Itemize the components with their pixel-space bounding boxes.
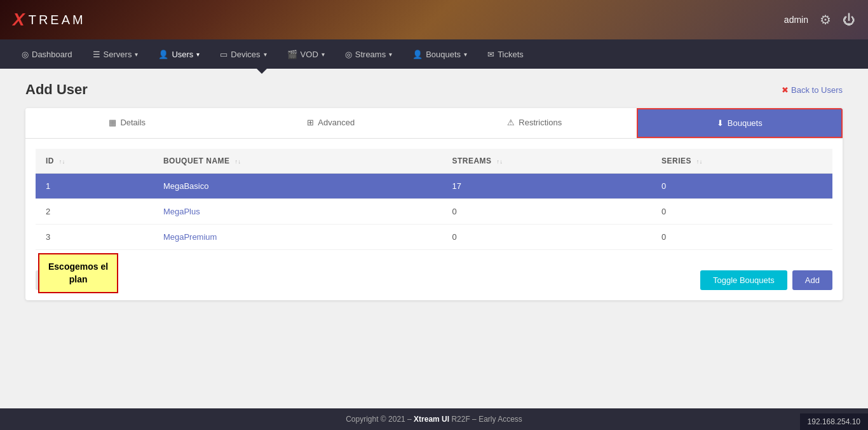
main-content: Escogemos el plan Add User ✖ Back to Use… (0, 69, 868, 313)
tab-label-bouquets: Bouquets (728, 118, 763, 128)
right-buttons: Toggle Bouquets Add (700, 270, 832, 290)
tickets-icon: ✉ (487, 50, 494, 59)
col-header-series: SERIES ↑↓ (651, 149, 832, 174)
cell-bouquet-name[interactable]: MegaBasico (153, 174, 442, 199)
nav-label-servers: Servers (104, 50, 132, 59)
chevron-down-icon-devices: ▾ (264, 51, 267, 58)
nav-item-servers[interactable]: ☰ Servers ▾ (84, 46, 147, 63)
chevron-down-icon: ▾ (135, 51, 138, 58)
servers-icon: ☰ (93, 50, 100, 59)
nav-item-users[interactable]: 👤 Users ▾ (149, 46, 208, 63)
add-button[interactable]: Add (792, 270, 832, 290)
cell-bouquet-name[interactable]: MegaPremium (153, 225, 442, 250)
cell-id: 3 (36, 225, 153, 250)
nav-item-vod[interactable]: 🎬 VOD ▾ (278, 46, 334, 63)
page-title: Add User (25, 81, 88, 98)
dashboard-icon: ◎ (22, 50, 29, 59)
nav-label-devices: Devices (231, 50, 260, 59)
sort-icon-streams: ↑↓ (496, 158, 503, 165)
username-label: admin (784, 15, 808, 25)
details-tab-icon: ▦ (109, 118, 116, 127)
back-icon: ✖ (782, 85, 789, 95)
vod-icon: 🎬 (287, 50, 297, 59)
page-header: Add User ✖ Back to Users (25, 81, 843, 98)
col-header-streams: STREAMS ↑↓ (442, 149, 651, 174)
tab-label-details: Details (120, 118, 146, 127)
header-right: admin ⚙ ⏻ (784, 12, 855, 27)
sort-icon-name: ↑↓ (234, 158, 241, 165)
table-row[interactable]: 1MegaBasico170 (36, 174, 832, 199)
logo-x-letter: X (13, 10, 25, 30)
tab-label-advanced: Advanced (318, 118, 355, 127)
cell-bouquet-name[interactable]: MegaPlus (153, 199, 442, 225)
header: X TREAM admin ⚙ ⏻ (0, 0, 868, 39)
power-icon[interactable]: ⏻ (843, 13, 855, 27)
streams-icon: ◎ (345, 50, 352, 59)
toggle-bouquets-button[interactable]: Toggle Bouquets (700, 270, 787, 290)
logo-text: TREAM (29, 13, 86, 27)
navbar: ◎ Dashboard ☰ Servers ▾ 👤 Users ▾ ▭ Devi… (0, 39, 868, 69)
col-header-bouquet-name: BOUQUET NAME ↑↓ (153, 149, 442, 174)
bouquets-tab-icon: ⬇ (717, 118, 724, 128)
footer-copyright: Copyright © 2021 – (346, 415, 414, 424)
table-header-row: ID ↑↓ BOUQUET NAME ↑↓ STREAMS ↑↓ SERIE (36, 149, 832, 174)
footer-ip: 192.168.254.10 (800, 413, 868, 430)
chevron-down-icon-streams: ▾ (389, 51, 392, 58)
nav-label-tickets: Tickets (498, 50, 524, 59)
restrictions-tab-icon: ⚠ (507, 118, 515, 127)
tab-restrictions[interactable]: ⚠ Restrictions (433, 108, 637, 138)
devices-icon: ▭ (220, 50, 227, 59)
nav-item-devices[interactable]: ▭ Devices ▾ (211, 46, 275, 63)
annotation-tooltip: Escogemos el plan (38, 253, 118, 293)
bouquets-table-container: ID ↑↓ BOUQUET NAME ↑↓ STREAMS ↑↓ SERIE (25, 139, 843, 260)
sort-icon-series: ↑↓ (696, 158, 703, 165)
chevron-down-icon-bouquets: ▾ (464, 51, 467, 58)
cell-streams: 0 (442, 225, 651, 250)
tab-advanced[interactable]: ⊞ Advanced (229, 108, 433, 138)
nav-label-vod: VOD (301, 50, 318, 59)
annotation-line1: Escogemos el (48, 261, 108, 272)
cell-series: 0 (651, 174, 832, 199)
col-header-id: ID ↑↓ (36, 149, 153, 174)
cell-id: 2 (36, 199, 153, 225)
nav-label-streams: Streams (355, 50, 386, 59)
nav-label-bouquets: Bouquets (426, 50, 461, 59)
nav-item-dashboard[interactable]: ◎ Dashboard (13, 46, 81, 63)
nav-label-users: Users (172, 50, 193, 59)
cell-series: 0 (651, 199, 832, 225)
tab-label-restrictions: Restrictions (519, 118, 562, 127)
settings-icon[interactable]: ⚙ (820, 12, 831, 27)
cell-id: 1 (36, 174, 153, 199)
nav-item-tickets[interactable]: ✉ Tickets (478, 46, 532, 63)
nav-item-streams[interactable]: ◎ Streams ▾ (336, 46, 401, 63)
chevron-down-icon-vod: ▾ (322, 51, 325, 58)
footer-app-name: Xtream UI (414, 415, 449, 424)
bouquets-table: ID ↑↓ BOUQUET NAME ↑↓ STREAMS ↑↓ SERIE (36, 149, 832, 250)
nav-item-bouquets[interactable]: 👤 Bouquets ▾ (403, 46, 476, 63)
users-icon: 👤 (158, 50, 168, 59)
tab-bouquets[interactable]: ⬇ Bouquets (637, 108, 843, 138)
bouquets-icon: 👤 (412, 50, 423, 59)
table-row[interactable]: 2MegaPlus00 (36, 199, 832, 225)
logo: X TREAM (13, 10, 86, 30)
cell-series: 0 (651, 225, 832, 250)
main-card: ▦ Details ⊞ Advanced ⚠ Restrictions ⬇ Bo… (25, 108, 843, 300)
annotation-line2: plan (69, 274, 88, 284)
sort-icon-id: ↑↓ (59, 158, 65, 165)
advanced-tab-icon: ⊞ (307, 118, 314, 127)
footer-version: R22F – Early Access (449, 415, 522, 424)
back-to-users-link[interactable]: ✖ Back to Users (782, 85, 843, 95)
chevron-down-icon-users: ▾ (196, 51, 200, 58)
back-label: Back to Users (791, 85, 843, 95)
buttons-row: Previous Toggle Bouquets Add (25, 260, 843, 300)
footer: Copyright © 2021 – Xtream UI R22F – Earl… (0, 408, 868, 430)
tab-bar: ▦ Details ⊞ Advanced ⚠ Restrictions ⬇ Bo… (25, 108, 843, 139)
table-body: 1MegaBasico1702MegaPlus003MegaPremium00 (36, 174, 832, 250)
table-row[interactable]: 3MegaPremium00 (36, 225, 832, 250)
tab-details[interactable]: ▦ Details (25, 108, 229, 138)
nav-label-dashboard: Dashboard (32, 50, 72, 59)
cell-streams: 17 (442, 174, 651, 199)
cell-streams: 0 (442, 199, 651, 225)
